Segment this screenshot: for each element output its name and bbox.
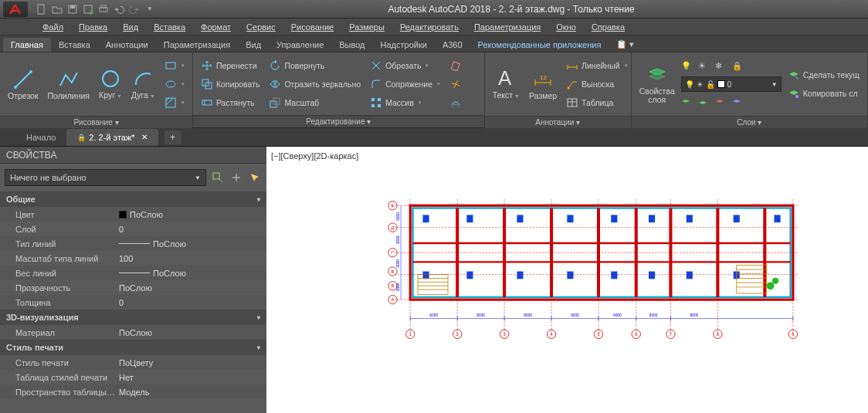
ribbon-tab-parametric[interactable]: Параметризация bbox=[156, 38, 238, 52]
props-row[interactable]: Пространство таблицы стил...Модель bbox=[0, 384, 266, 399]
svg-rect-56 bbox=[517, 215, 523, 222]
props-row[interactable]: ПрозрачностьПоСлою bbox=[0, 280, 266, 295]
array-button[interactable]: Массив▾ bbox=[367, 94, 443, 111]
app-menu-button[interactable] bbox=[3, 2, 28, 17]
make-current-button[interactable]: Сделать текущ bbox=[785, 66, 863, 83]
svg-line-14 bbox=[166, 98, 173, 105]
props-section-header[interactable]: Стиль печати▾ bbox=[0, 340, 266, 355]
quick-select-icon[interactable] bbox=[211, 171, 225, 184]
save-icon[interactable] bbox=[66, 3, 79, 15]
props-section-header[interactable]: 3D-визуализация▾ bbox=[0, 310, 266, 325]
panel-modify-title[interactable]: Редактирование ▾ bbox=[193, 115, 484, 127]
layer-misc-2[interactable] bbox=[698, 94, 714, 111]
svg-rect-66 bbox=[567, 272, 573, 279]
props-row[interactable]: Толщина0 bbox=[0, 295, 266, 310]
props-row[interactable]: ЦветПоСлою bbox=[0, 207, 266, 222]
stretch-button[interactable]: Растянуть bbox=[198, 94, 263, 111]
redo-icon[interactable] bbox=[128, 3, 141, 15]
match-layer-button[interactable]: Копировать сл bbox=[785, 85, 863, 102]
props-row[interactable]: Таблица стилей печатиНет bbox=[0, 370, 266, 384]
copy-button[interactable]: Копировать bbox=[198, 76, 263, 93]
table-button[interactable]: Таблица bbox=[563, 94, 630, 111]
menu-insert[interactable]: Вставка bbox=[146, 20, 193, 34]
leader-button[interactable]: Выноска bbox=[563, 76, 630, 93]
ribbon-tab-annotate[interactable]: Аннотации bbox=[98, 38, 156, 52]
scale-button[interactable]: Масштаб bbox=[266, 94, 364, 111]
doc-tab-start[interactable]: Начало bbox=[15, 129, 66, 146]
offset-button[interactable] bbox=[446, 94, 465, 111]
hatch-button[interactable]: ▾ bbox=[161, 94, 188, 111]
panel-draw-title[interactable]: Рисование ▾ bbox=[0, 116, 192, 128]
ribbon-tab-output[interactable]: Вывод bbox=[331, 38, 372, 52]
panel-layers-title[interactable]: Слои ▾ bbox=[632, 116, 867, 128]
props-row[interactable]: Слой0 bbox=[0, 222, 266, 236]
menu-file[interactable]: Файл bbox=[35, 20, 71, 34]
layer-toggle-2[interactable]: ☀ bbox=[698, 57, 714, 74]
line-button[interactable]: Отрезок bbox=[5, 56, 42, 113]
layer-toggle-1[interactable]: 💡 bbox=[681, 57, 697, 74]
text-button[interactable]: A Текст▼ bbox=[490, 56, 523, 113]
menu-dimension[interactable]: Размеры bbox=[341, 20, 392, 34]
menu-edit[interactable]: Правка bbox=[71, 20, 115, 34]
qat-dropdown-icon[interactable]: ▼ bbox=[144, 3, 156, 15]
menu-help[interactable]: Справка bbox=[584, 20, 632, 34]
menu-parametric[interactable]: Параметризация bbox=[466, 20, 548, 34]
menu-window[interactable]: Окно bbox=[548, 20, 584, 34]
menu-format[interactable]: Формат bbox=[193, 20, 239, 34]
undo-icon[interactable] bbox=[113, 3, 125, 15]
panel-annotation-title[interactable]: Аннотации ▾ bbox=[485, 116, 631, 128]
close-tab-icon[interactable]: ✕ bbox=[141, 133, 147, 141]
layer-misc-4[interactable] bbox=[732, 94, 748, 111]
layer-props-button[interactable]: Свойства слоя bbox=[636, 56, 678, 113]
fillet-button[interactable]: Сопряжение▾ bbox=[367, 76, 443, 93]
layer-misc-3[interactable] bbox=[715, 94, 731, 111]
menu-tools[interactable]: Сервис bbox=[239, 20, 283, 34]
saveas-icon[interactable] bbox=[82, 3, 94, 15]
linear-dim-button[interactable]: Линейный▾ bbox=[563, 57, 630, 74]
mirror-button[interactable]: Отразить зеркально bbox=[266, 76, 364, 93]
ribbon-tab-manage[interactable]: Управление bbox=[269, 38, 331, 52]
layer-toggle-3[interactable]: ❄ bbox=[715, 57, 731, 74]
ribbon-tab-view[interactable]: Вид bbox=[238, 38, 269, 52]
circle-button[interactable]: Круг▼ bbox=[96, 56, 125, 113]
polyline-button[interactable]: Полилиния bbox=[45, 56, 93, 113]
canvas[interactable]: [−][Сверху][2D-каркас] bbox=[266, 147, 868, 413]
pickadd-icon[interactable] bbox=[229, 171, 243, 184]
menu-view[interactable]: Вид bbox=[115, 20, 146, 34]
erase-button[interactable] bbox=[446, 57, 465, 74]
arc-button[interactable]: Дуга▼ bbox=[128, 56, 158, 113]
menu-draw[interactable]: Рисование bbox=[283, 20, 341, 34]
ribbon-tab-more[interactable]: 📋▾ bbox=[609, 37, 644, 52]
svg-rect-5 bbox=[101, 5, 106, 8]
rotate-button[interactable]: Повернуть bbox=[266, 57, 364, 74]
trim-button[interactable]: Обрезать▾ bbox=[367, 57, 443, 74]
new-icon[interactable] bbox=[36, 3, 48, 15]
viewport-label[interactable]: [−][Сверху][2D-каркас] bbox=[271, 151, 358, 161]
ribbon-tab-home[interactable]: Главная bbox=[3, 38, 51, 52]
props-row[interactable]: Масштаб типа линий100 bbox=[0, 251, 266, 266]
dimension-button[interactable]: 12 Размер bbox=[526, 56, 560, 113]
select-objects-icon[interactable] bbox=[248, 171, 262, 184]
menu-modify[interactable]: Редактировать bbox=[392, 20, 466, 34]
props-section-header[interactable]: Общие▾ bbox=[0, 191, 266, 207]
selection-dropdown[interactable]: Ничего не выбрано▼ bbox=[5, 169, 206, 186]
open-icon[interactable] bbox=[51, 3, 63, 15]
props-row[interactable]: Тип линийПоСлою bbox=[0, 236, 266, 251]
ribbon-tab-a360[interactable]: A360 bbox=[435, 38, 470, 52]
ribbon-tab-featured[interactable]: Рекомендованные приложения bbox=[470, 38, 609, 52]
props-row[interactable]: Вес линийПоСлою bbox=[0, 266, 266, 280]
move-button[interactable]: Перенести bbox=[198, 57, 263, 74]
ribbon-tab-insert[interactable]: Вставка bbox=[51, 38, 98, 52]
add-tab-button[interactable]: + bbox=[164, 130, 181, 144]
rect-button[interactable]: ▾ bbox=[161, 57, 188, 74]
doc-tab-current[interactable]: 🔒 2. 2-й этаж* ✕ bbox=[66, 129, 158, 146]
layer-selector[interactable]: 💡 ☀ 🔓 0 ▼ bbox=[681, 76, 782, 92]
ellipse-button[interactable]: ▾ bbox=[161, 76, 188, 93]
props-row[interactable]: Стиль печатиПоЦвету bbox=[0, 355, 266, 370]
layer-misc-1[interactable] bbox=[681, 94, 697, 111]
explode-button[interactable] bbox=[446, 76, 465, 93]
layer-toggle-4[interactable]: 🔒 bbox=[732, 57, 748, 74]
ribbon-tab-addins[interactable]: Надстройки bbox=[373, 38, 435, 52]
plot-icon[interactable] bbox=[97, 3, 110, 15]
props-row[interactable]: МатериалПоСлою bbox=[0, 325, 266, 340]
